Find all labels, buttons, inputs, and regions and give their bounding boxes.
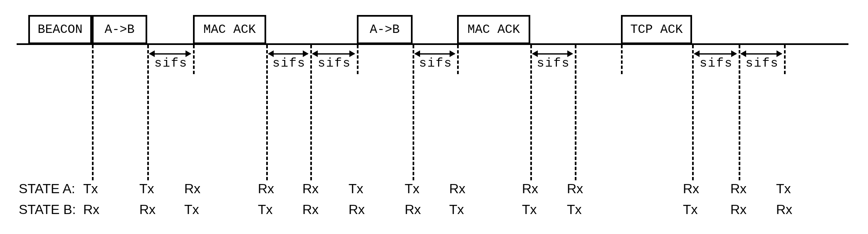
state-value: Rx	[683, 181, 699, 197]
time-marker	[357, 45, 359, 74]
sifs-arrow	[415, 53, 455, 55]
state-value: Rx	[730, 202, 747, 217]
frame-label: MAC ACK	[467, 22, 520, 37]
frame-label: A->B	[370, 22, 400, 37]
sifs-arrow	[313, 53, 354, 55]
state-value: Tx	[776, 181, 791, 197]
sifs-arrow	[741, 53, 781, 55]
frame-box: A->B	[357, 15, 413, 44]
state-value: Tx	[349, 181, 364, 197]
sifs-label: sifs	[272, 56, 306, 70]
time-marker	[147, 45, 149, 180]
time-marker	[692, 45, 694, 180]
state-value: Rx	[83, 202, 99, 217]
frame-label: A->B	[104, 22, 134, 37]
time-marker	[457, 45, 459, 74]
frame-box: TCP ACK	[621, 15, 692, 44]
time-marker	[784, 45, 786, 74]
frame-label: TCP ACK	[630, 22, 683, 37]
state-value: Tx	[83, 181, 98, 197]
state-value: Tx	[567, 202, 582, 217]
frame-label: BEACON	[37, 22, 82, 37]
state-value: Rx	[184, 181, 200, 197]
sifs-label: sifs	[700, 56, 733, 70]
time-marker	[310, 45, 312, 180]
state-row-label: STATE B:	[19, 202, 76, 217]
state-value: Rx	[302, 202, 319, 217]
time-marker	[92, 45, 94, 180]
timing-diagram: BEACONA->BMAC ACKA->BMAC ACKTCP ACK sifs…	[8, 8, 860, 226]
sifs-arrow	[533, 53, 572, 55]
state-value: Rx	[522, 181, 538, 197]
sifs-label: sifs	[419, 56, 453, 70]
state-value: Tx	[139, 181, 154, 197]
sifs-label: sifs	[154, 56, 188, 70]
sifs-label: sifs	[746, 56, 779, 70]
state-value: Rx	[449, 181, 465, 197]
sifs-arrow	[269, 53, 308, 55]
frame-box: MAC ACK	[193, 15, 266, 44]
time-marker	[266, 45, 268, 180]
state-value: Tx	[449, 202, 464, 217]
state-value: Tx	[258, 202, 273, 217]
state-value: Rx	[730, 181, 747, 197]
state-value: Tx	[405, 181, 420, 197]
state-value: Rx	[139, 202, 156, 217]
frame-box: MAC ACK	[457, 15, 530, 44]
time-marker	[575, 45, 576, 180]
state-value: Tx	[184, 202, 199, 217]
time-marker	[193, 45, 195, 74]
state-value: Rx	[349, 202, 365, 217]
frame-box: BEACON	[28, 15, 92, 44]
sifs-arrow	[150, 53, 190, 55]
state-value: Rx	[258, 181, 274, 197]
time-marker	[413, 45, 414, 180]
state-value: Tx	[683, 202, 698, 217]
state-value: Tx	[522, 202, 537, 217]
frame-box: A->B	[92, 15, 147, 44]
time-marker	[739, 45, 740, 180]
state-value: Rx	[567, 181, 583, 197]
sifs-arrow	[695, 53, 736, 55]
frame-label: MAC ACK	[203, 22, 256, 37]
sifs-label: sifs	[537, 56, 570, 70]
state-value: Rx	[405, 202, 421, 217]
state-value: Rx	[302, 181, 319, 197]
state-row-label: STATE A:	[19, 181, 75, 197]
time-marker	[621, 45, 623, 74]
time-marker	[530, 45, 532, 180]
state-value: Rx	[776, 202, 792, 217]
sifs-label: sifs	[318, 56, 351, 70]
